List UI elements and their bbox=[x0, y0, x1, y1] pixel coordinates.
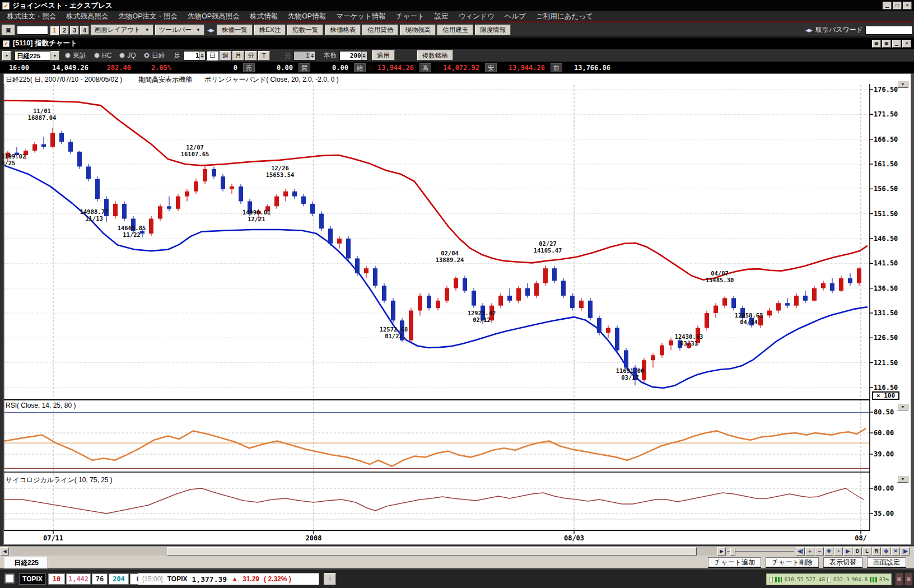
rsi-pane-dropdown-button[interactable]: ▼ bbox=[897, 403, 908, 410]
high-value: 14,072.92 bbox=[433, 64, 479, 72]
menu-item[interactable]: チャート bbox=[391, 12, 430, 21]
close-button[interactable]: ✕ bbox=[902, 40, 911, 48]
window-stack-icon[interactable]: ▦ bbox=[904, 572, 913, 586]
bottom-button[interactable]: 表示切替 bbox=[823, 557, 862, 568]
menu-item[interactable]: 先物OP残高照会 bbox=[183, 12, 245, 21]
bottom-button[interactable]: 画面設定 bbox=[867, 557, 906, 568]
toolbar-button[interactable]: 株EX注 bbox=[254, 25, 286, 35]
ashi-stepper[interactable] bbox=[183, 51, 206, 60]
menu-item[interactable]: 先物OP注文・照会 bbox=[114, 12, 183, 21]
period-button-T[interactable]: T bbox=[258, 51, 270, 60]
layout-button-1[interactable]: ▣ bbox=[872, 40, 881, 48]
symbol-combo[interactable]: 日経225 ▼ bbox=[15, 51, 59, 60]
bars-stepper[interactable] bbox=[339, 51, 367, 60]
layout-tab-3[interactable]: 3 bbox=[70, 26, 79, 35]
spinner-icon[interactable] bbox=[199, 52, 205, 60]
zoom-slider-handle[interactable] bbox=[730, 548, 735, 556]
menu-item[interactable]: 先物OP情報 bbox=[283, 12, 331, 21]
menu-item[interactable]: ご利用にあたって bbox=[531, 12, 598, 21]
radio-icon bbox=[94, 53, 100, 58]
scale-multiplier-badge: × 100 bbox=[872, 391, 899, 400]
close-chart-button[interactable]: ✕ bbox=[891, 547, 900, 556]
menu-item[interactable]: ヘルプ bbox=[500, 12, 531, 21]
zoom-slider[interactable] bbox=[727, 551, 794, 552]
market-radio-HC[interactable]: HC bbox=[94, 52, 111, 59]
layout-tab-2[interactable]: 2 bbox=[60, 26, 69, 35]
period-button-週[interactable]: 週 bbox=[220, 51, 231, 60]
layout-tab-4[interactable]: 4 bbox=[80, 26, 89, 35]
tab-nikkei225[interactable]: 日経225 bbox=[4, 557, 48, 569]
scroll-right-arrow[interactable]: ▶ bbox=[717, 547, 726, 556]
menu-item[interactable]: 設定 bbox=[430, 12, 454, 21]
layout-button-2[interactable]: ▣ bbox=[882, 40, 891, 48]
window-stack-icon[interactable]: ▦ bbox=[895, 572, 903, 586]
scroll-left-end-button[interactable]: ◀| bbox=[796, 547, 805, 556]
scrollbar-thumb[interactable] bbox=[167, 547, 697, 556]
bottom-button[interactable]: チャート追加 bbox=[708, 557, 761, 568]
toolbar-button[interactable]: 現物残高 bbox=[400, 25, 436, 35]
high-label-chip: 高 bbox=[419, 63, 431, 72]
toolbar-button[interactable]: 信用貸借 bbox=[362, 25, 398, 35]
minimize-button[interactable]: ▁ bbox=[883, 2, 892, 10]
market-radio-JQ[interactable]: JQ bbox=[119, 52, 136, 59]
maximize-button[interactable]: ▢ bbox=[893, 2, 902, 10]
screen-layout-dropdown[interactable]: 画面レイアウト▼ bbox=[91, 25, 153, 35]
zoom-in-button[interactable]: ＋ bbox=[805, 547, 814, 556]
status-checkbox[interactable] bbox=[4, 573, 15, 584]
expand-up-button[interactable]: ↑ bbox=[324, 573, 336, 585]
period-button-日[interactable]: 日 bbox=[207, 51, 218, 60]
apply-button[interactable]: 適用 bbox=[372, 50, 395, 60]
window-edge bbox=[911, 73, 914, 545]
menu-item[interactable]: ウィンドウ bbox=[454, 12, 500, 21]
chart-surface bbox=[3, 73, 911, 545]
toolbar-button[interactable]: 限度情報 bbox=[475, 25, 511, 35]
ashi-value-input[interactable] bbox=[184, 52, 199, 60]
bottom-button[interactable]: チャート削除 bbox=[766, 557, 819, 568]
menu-item[interactable]: 株式注文・照会 bbox=[2, 12, 62, 21]
market-radio-東証[interactable]: 東証 bbox=[65, 51, 86, 60]
stop-button[interactable]: ▪ bbox=[834, 547, 843, 556]
menu-item[interactable]: 株式情報 bbox=[245, 12, 283, 21]
multi-symbol-button[interactable]: 複数銘柄 bbox=[417, 50, 453, 60]
symbol-value: 日経225 bbox=[15, 51, 50, 60]
toolbar-button[interactable]: 株価格表 bbox=[325, 25, 361, 35]
toolbar-button[interactable]: 指数一覧 bbox=[287, 25, 323, 35]
close-button[interactable]: ✕ bbox=[903, 2, 912, 10]
scroll-right-end-button[interactable]: |▶ bbox=[901, 547, 910, 556]
toolbar-input[interactable] bbox=[17, 26, 48, 35]
trade-password-input[interactable] bbox=[865, 26, 912, 35]
chevron-down-icon: ▼ bbox=[145, 25, 150, 35]
r-button[interactable]: R bbox=[872, 547, 881, 556]
symbol-dropdown-button[interactable]: ▼ bbox=[2, 51, 11, 60]
toolbar-button[interactable]: 株価一覧 bbox=[217, 25, 253, 35]
main-pane-dropdown-button[interactable]: ▼ bbox=[897, 81, 908, 88]
psychological-line-label: サイコロジカルライン( 10, 75, 25 ) bbox=[6, 475, 113, 485]
scrollbar-track[interactable] bbox=[10, 547, 717, 556]
scroll-left-arrow[interactable]: ◀ bbox=[1, 547, 9, 556]
pan-button[interactable]: ✚ bbox=[824, 547, 833, 556]
bars-value-input[interactable] bbox=[340, 52, 361, 60]
layout-grid-icon[interactable]: ▣ bbox=[2, 25, 15, 35]
play-button[interactable]: ▶ bbox=[843, 547, 852, 556]
layout-tab-1[interactable]: 1 bbox=[50, 26, 59, 35]
minimize-button[interactable]: ▁ bbox=[892, 40, 901, 48]
l-button[interactable]: L bbox=[862, 547, 871, 556]
period-button-月[interactable]: 月 bbox=[232, 51, 244, 60]
toolbar-dropdown[interactable]: ツールバー▼ bbox=[155, 25, 204, 35]
toolbar-splitter-icon[interactable]: ◀▶ bbox=[804, 27, 813, 33]
market-radio-label: 日経 bbox=[152, 51, 165, 60]
chevron-down-icon[interactable]: ▼ bbox=[50, 51, 59, 60]
menu-item[interactable]: 株式残高照会 bbox=[62, 12, 114, 21]
toolbar-splitter-icon[interactable]: ◀▶ bbox=[206, 27, 215, 33]
toolbar-button[interactable]: 信用建玉 bbox=[437, 25, 473, 35]
menu-item[interactable]: マーケット情報 bbox=[331, 12, 391, 21]
psych-pane-dropdown-button[interactable]: ▼ bbox=[897, 475, 908, 483]
d-button[interactable]: D bbox=[853, 547, 862, 556]
period-button-分[interactable]: 分 bbox=[245, 51, 257, 60]
market-radio-日経[interactable]: 日経 bbox=[144, 51, 165, 60]
spinner-icon bbox=[310, 52, 315, 60]
zoom-out-button[interactable]: － bbox=[815, 547, 824, 556]
index-name-cell[interactable]: TOPIX bbox=[19, 573, 46, 585]
magnifier-button[interactable]: ⊕ bbox=[882, 547, 890, 556]
spinner-icon[interactable] bbox=[361, 52, 367, 60]
